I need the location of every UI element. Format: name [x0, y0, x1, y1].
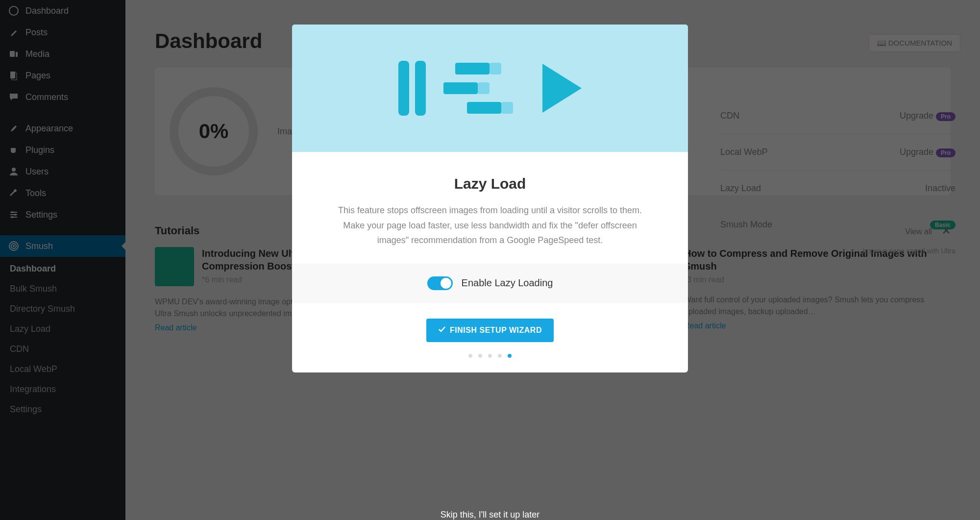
modal-hero: [292, 25, 688, 152]
setup-wizard-modal: Lazy Load This feature stops offscreen i…: [292, 25, 688, 372]
step-dots: [292, 354, 688, 358]
skip-link[interactable]: Skip this, I'll set it up later: [441, 510, 540, 520]
step-dot-active[interactable]: [508, 354, 512, 358]
bars-icon: [455, 63, 513, 114]
toggle-label: Enable Lazy Loading: [462, 277, 553, 289]
step-dot[interactable]: [488, 354, 492, 358]
pause-icon: [398, 61, 426, 116]
step-dot[interactable]: [478, 354, 482, 358]
play-icon: [542, 64, 582, 113]
step-dot[interactable]: [468, 354, 472, 358]
check-icon: [438, 325, 446, 335]
prev-button[interactable]: [353, 250, 372, 270]
step-dot[interactable]: [498, 354, 502, 358]
toggle-row: Enable Lazy Loading: [292, 264, 688, 303]
finish-setup-button[interactable]: FINISH SETUP WIZARD: [426, 319, 554, 342]
lazy-load-toggle[interactable]: [427, 276, 453, 290]
modal-description: This feature stops offscreen images from…: [326, 203, 654, 248]
modal-title: Lazy Load: [326, 175, 654, 192]
